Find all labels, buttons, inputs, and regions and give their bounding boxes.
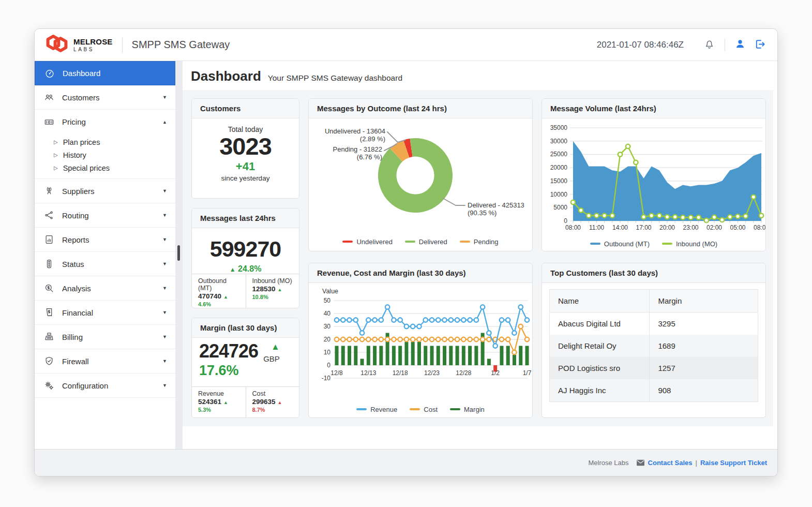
svg-text:10000: 10000 <box>550 191 568 198</box>
svg-text:40: 40 <box>324 310 331 317</box>
legend-item-outbound-mt[interactable]: Outbound (MT) <box>590 240 650 248</box>
account-button[interactable] <box>732 36 748 53</box>
chevron-up-icon: ▲ <box>162 120 167 125</box>
up-arrow-icon: ▲ <box>278 400 282 405</box>
svg-text:20:00: 20:00 <box>659 224 675 231</box>
scrollbar-track[interactable] <box>175 61 183 449</box>
svg-text:25000: 25000 <box>550 151 568 158</box>
svg-text:12/13: 12/13 <box>360 369 376 377</box>
legend-item-delivered[interactable]: Delivered <box>405 238 447 246</box>
cell-name: AJ Haggis Inc <box>550 379 650 402</box>
outbound-value: 470740 <box>198 292 221 300</box>
header-divider <box>122 37 123 53</box>
revenue-legend: RevenueCostMargin <box>310 402 531 416</box>
svg-text:-10: -10 <box>322 375 331 382</box>
cost-delta: 8.7% <box>252 407 265 413</box>
table-row: Delight Retail Oy1689 <box>550 335 758 357</box>
main-content: Dashboard Your SMPP SMS Gateway dashboar… <box>183 61 777 449</box>
dashboard-icon <box>44 68 55 79</box>
legend-label: Outbound (MT) <box>604 240 650 248</box>
messages-card: Messages last 24hrs 599270 ▲ 24.8% Outbo… <box>191 208 299 308</box>
logout-icon <box>754 38 766 52</box>
legend-swatch <box>590 243 600 245</box>
contact-sales-link[interactable]: Contact Sales <box>648 459 693 467</box>
sidebar-item-label: Billing <box>62 333 83 341</box>
legend-item-undelivered[interactable]: Undelivered <box>342 238 392 246</box>
legend-label: Cost <box>424 406 438 413</box>
header-divider-2 <box>725 39 725 51</box>
legend-label: Inbound (MO) <box>676 240 717 248</box>
svg-text:20000: 20000 <box>550 164 568 171</box>
triangle-right-icon: ▷ <box>54 139 58 145</box>
chevron-down-icon: ▼ <box>162 310 167 315</box>
footer-separator: | <box>696 459 697 467</box>
logout-button[interactable] <box>752 36 768 54</box>
sidebar-item-pricing[interactable]: Pricing▲ <box>35 110 175 134</box>
sidebar-item-label: Status <box>62 260 84 269</box>
sidebar-nav: DashboardCustomers▼Pricing▲▷Plan prices▷… <box>35 61 175 449</box>
firewall-icon <box>44 356 54 366</box>
sidebar-item-label: Firewall <box>62 357 89 366</box>
up-arrow-icon: ▲ <box>271 342 280 351</box>
chevron-down-icon: ▼ <box>162 359 167 364</box>
column-header-name: Name <box>550 290 650 312</box>
messages-total: 599270 <box>192 236 299 262</box>
inbound-value: 128530 <box>252 285 276 293</box>
volume-legend: Outbound (MT)Inbound (MO) <box>543 236 764 251</box>
sidebar-subitem-special-prices[interactable]: ▷Special prices <box>35 161 175 174</box>
brand-logo[interactable]: MELROSE LABS <box>45 33 113 57</box>
svg-text:11:00: 11:00 <box>589 224 604 231</box>
outbound-delta: 4.6% <box>198 301 211 307</box>
legend-item-pending[interactable]: Pending <box>460 238 499 246</box>
sidebar-item-label: Routing <box>62 211 89 220</box>
svg-text:Delivered - 425313: Delivered - 425313 <box>468 201 524 209</box>
sidebar-item-reports[interactable]: Reports▼ <box>35 228 175 252</box>
legend-item-inbound-mo[interactable]: Inbound (MO) <box>662 240 717 248</box>
sidebar-item-customers[interactable]: Customers▼ <box>35 85 175 110</box>
svg-text:23:00: 23:00 <box>683 224 698 231</box>
notifications-button[interactable] <box>701 36 717 54</box>
sidebar-item-status[interactable]: Status▼ <box>35 252 175 276</box>
sidebar-subitem-plan-prices[interactable]: ▷Plan prices <box>35 136 175 148</box>
svg-text:0: 0 <box>327 362 330 369</box>
legend-item-cost[interactable]: Cost <box>410 406 438 413</box>
sidebar-item-routing[interactable]: Routing▼ <box>35 203 175 228</box>
legend-swatch <box>662 243 672 245</box>
inbound-label: Inbound (MO) <box>252 277 294 285</box>
sidebar-item-configuration[interactable]: Configuration▼ <box>35 374 175 398</box>
legend-swatch <box>410 408 420 410</box>
legend-label: Revenue <box>370 406 397 413</box>
analysis-icon <box>44 283 54 293</box>
raise-support-ticket-link[interactable]: Raise Support Ticket <box>700 459 767 467</box>
app-window: MELROSE LABS SMPP SMS Gateway 2021-01-07… <box>34 28 778 476</box>
svg-text:35000: 35000 <box>550 124 568 131</box>
sidebar-item-analysis[interactable]: Analysis▼ <box>35 276 175 301</box>
margin-percent: 17.6% <box>199 363 292 379</box>
sidebar-item-label: Dashboard <box>63 69 100 78</box>
melrose-logo-icon <box>45 33 69 57</box>
scrollbar-thumb[interactable] <box>177 245 180 261</box>
sidebar-item-financial[interactable]: Financial▼ <box>35 301 175 325</box>
chevron-down-icon: ▼ <box>162 237 167 242</box>
donut-chart: Undelivered - 13604(2.89 %)Pending - 318… <box>310 120 532 234</box>
legend-item-revenue[interactable]: Revenue <box>356 406 397 413</box>
header-timestamp: 2021-01-07 08:46:46Z <box>597 40 684 50</box>
legend-swatch <box>356 408 367 410</box>
table-row: Abacus Digital Ltd3295 <box>550 312 758 335</box>
sidebar-item-suppliers[interactable]: Suppliers▼ <box>35 179 175 203</box>
messages-delta: 24.8% <box>238 264 261 273</box>
sidebar-item-dashboard[interactable]: Dashboard <box>35 61 175 85</box>
legend-item-margin[interactable]: Margin <box>450 406 485 413</box>
card-title: Top Customers (last 30 days) <box>542 263 765 283</box>
revenue-delta: 5.3% <box>198 407 211 413</box>
svg-text:(90.35 %): (90.35 %) <box>468 209 497 217</box>
sidebar-subitem-history[interactable]: ▷History <box>35 148 175 161</box>
triangle-right-icon: ▷ <box>54 165 58 171</box>
dashboard-panel: Customers Total today 3023 +41 since yes… <box>183 90 773 426</box>
revenue-chart: Value-100102030405012/812/1312/1812/2312… <box>310 284 532 402</box>
svg-text:0: 0 <box>564 217 567 225</box>
sidebar-item-billing[interactable]: Billing▼ <box>35 325 175 349</box>
sidebar-item-firewall[interactable]: Firewall▼ <box>35 349 175 374</box>
margin-value: 224726 <box>199 341 258 362</box>
svg-text:1/2: 1/2 <box>491 369 500 377</box>
